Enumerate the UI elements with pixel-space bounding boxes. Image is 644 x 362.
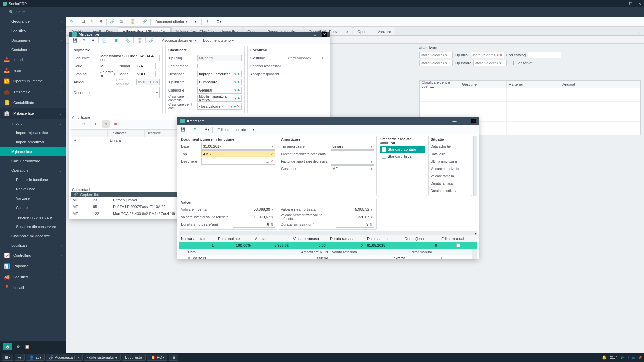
- document-ulterior-dropdown[interactable]: Document ulterior▾: [153, 18, 191, 25]
- status-linkedin-icon[interactable]: in: [632, 355, 635, 359]
- win2-print-icon[interactable]: 🖨▾: [203, 126, 210, 133]
- anuitate-row[interactable]: 01.09.2017665,04147,79: [179, 255, 477, 259]
- sidebar-item-reevaluare[interactable]: Reevaluare: [0, 184, 66, 194]
- sidebar-item-import-mf[interactable]: Import mijloace fixe: [0, 128, 66, 137]
- win1-maximize-icon[interactable]: ☐: [312, 32, 318, 37]
- sidebar-cat-contabilitate[interactable]: 📒Contabilitate: [0, 97, 66, 108]
- edit-icon[interactable]: ✎: [88, 18, 96, 25]
- amort-refresh-icon[interactable]: ⟳: [80, 120, 87, 128]
- chain-icon-2[interactable]: 🔗: [148, 37, 155, 44]
- asociaza-document-dropdown[interactable]: Asociaza document ▾: [159, 37, 199, 44]
- vnvr-input[interactable]: 1.330,07▾: [336, 214, 374, 220]
- sidebar-cat-intrari[interactable]: 📥Intrari: [0, 54, 66, 65]
- p2-proc-input[interactable]: [331, 150, 374, 157]
- status-facebook-icon[interactable]: f: [628, 355, 629, 359]
- win2-minimize-icon[interactable]: —: [452, 119, 457, 123]
- sidebar-cat-trezorerie[interactable]: 💼Trezorerie: [0, 86, 66, 97]
- bg-col-gestiune[interactable]: Gestiune: [460, 81, 507, 88]
- destinatie-input[interactable]: Impropriu productiei▾+: [197, 71, 241, 77]
- win2-titlebar[interactable]: Amortizare — ☐ ✕: [177, 117, 479, 125]
- sidebar-item-trecere[interactable]: Trecere in conservare: [0, 213, 66, 222]
- amort-delete-icon[interactable]: ✖: [112, 120, 119, 128]
- bg-col-partener[interactable]: Partener: [507, 81, 560, 88]
- tab-vanzare[interactable]: Operatiuni - Vanzare: [353, 27, 395, 35]
- print-icon[interactable]: 🖨: [89, 37, 96, 44]
- sidebar-item-calcul-amortizare[interactable]: Calcul amortizare: [0, 156, 66, 166]
- sidebar-cat-iesiri[interactable]: 📤Iesiri: [0, 65, 66, 76]
- gestiune-input[interactable]: <fara valoare>▾: [286, 55, 325, 61]
- bg-combo-1[interactable]: <fara valoare>▾✕: [419, 52, 453, 58]
- clasificare-venit-input[interactable]: <fara valoare>▾+✕: [197, 103, 241, 110]
- refresh-icon[interactable]: ⟳: [68, 18, 75, 25]
- echipament-checkbox[interactable]: [197, 64, 202, 68]
- sidebar-item-scoatere[interactable]: Scoatere din conservare: [0, 222, 66, 231]
- numar-input[interactable]: 174…: [135, 63, 156, 69]
- clipboard-icon[interactable]: 📋: [25, 345, 30, 349]
- col-numar-anuitate[interactable]: Numar anuitate: [179, 235, 216, 242]
- sidebar-cat-logistica2[interactable]: 🚚Logistica: [0, 272, 66, 282]
- col-durata-luni[interactable]: Durata(luni): [402, 235, 439, 242]
- amort-col-descriere[interactable]: Descriere: [145, 130, 181, 137]
- status-acceseaza-link[interactable]: 🔗Acceseaza link: [46, 354, 83, 361]
- descriere-input[interactable]: ▾: [99, 87, 160, 98]
- scrollbar-horizontal[interactable]: ▸: [179, 231, 477, 235]
- bg-grid-row[interactable]: [420, 102, 640, 108]
- link-icon[interactable]: 🔗: [109, 18, 116, 25]
- vivr-input[interactable]: 11.970,67▾: [233, 214, 275, 220]
- anuitate-summary-row[interactable]: 1 100.00% 5.985,32 0,00 0 01.05.2018 9: [179, 242, 477, 249]
- refresh-icon-2[interactable]: ⟳: [80, 37, 88, 44]
- standard-contabil-item[interactable]: ✓Standard contabil: [380, 146, 425, 153]
- settings-icon[interactable]: ⚙▾: [215, 18, 223, 25]
- new-icon[interactable]: ☐: [79, 18, 87, 25]
- col-durata-ramasa[interactable]: Durata ramasa: [328, 235, 365, 242]
- search-input[interactable]: [16, 10, 56, 14]
- status-share-icon[interactable]: ⫸: [621, 355, 624, 359]
- gear-icon[interactable]: ⚙: [17, 345, 20, 349]
- win2-save-icon[interactable]: 💾: [179, 126, 187, 133]
- sidebar-item-import-amort[interactable]: Import amortizari: [0, 137, 66, 147]
- sidebar-item-operatiuni[interactable]: Operatiuni: [0, 166, 66, 175]
- chain-icon[interactable]: 🔗: [141, 18, 148, 25]
- sidebar-item-mijloace-fixe[interactable]: Mijloace fixe: [0, 147, 66, 156]
- standard-fiscal-item[interactable]: Standard fiscal: [380, 153, 425, 160]
- dr-input[interactable]: 9⇅: [336, 221, 374, 228]
- status-ad[interactable]: 👤ad▾: [26, 354, 44, 361]
- amort-col-tip[interactable]: Tip amortiz...: [108, 130, 144, 137]
- win1-titlebar[interactable]: Mijloace fixe — ☐ ✕: [69, 32, 330, 37]
- export-icon[interactable]: ⬇: [204, 18, 211, 25]
- col-data-scadenta[interactable]: Data scadenta: [365, 235, 402, 242]
- tip-intrare-input[interactable]: Cumparare▾+: [197, 79, 241, 85]
- bg-grid-row[interactable]: [420, 88, 640, 95]
- da-input[interactable]: 6⇅: [233, 221, 275, 228]
- sidebar-item-geografice[interactable]: Geografice: [0, 17, 66, 26]
- categorie-input[interactable]: General▾+: [197, 87, 241, 94]
- bg-grid-row[interactable]: [420, 108, 640, 115]
- status-bell-icon[interactable]: 🔔: [602, 355, 607, 360]
- sidebar-item-localizari[interactable]: Localizari: [0, 241, 66, 250]
- win2-maximize-icon[interactable]: ☐: [461, 119, 467, 123]
- status-layers-icon[interactable]: ≡▾: [15, 354, 25, 361]
- tree-icon[interactable]: ⊞: [112, 37, 120, 44]
- sidebar-cat-operatiuni-interne[interactable]: 🔁Operatiuni interne: [0, 76, 66, 86]
- status-grid-icon[interactable]: ▦▾: [2, 354, 13, 361]
- sidebar-cat-locatii[interactable]: 📍Locatii: [0, 282, 66, 293]
- unlink-icon[interactable]: ⛓: [117, 18, 125, 25]
- close-icon[interactable]: ✕: [638, 2, 641, 6]
- hourglass-icon[interactable]: ⌛: [129, 18, 137, 25]
- sidebar-item-documente[interactable]: Documente: [0, 36, 66, 45]
- sidebar-item-clasificare-mf[interactable]: Clasificare mijloace fixe: [0, 231, 66, 241]
- col-anuitate[interactable]: Anuitate: [253, 235, 291, 242]
- sidebar-cat-mijloace-fixe[interactable]: 🏢Mijloace fixe: [0, 108, 66, 119]
- model-input[interactable]: NULL: [135, 71, 156, 77]
- sidebar-item-punere[interactable]: Punere in functiune: [0, 175, 66, 184]
- bg-input-cod-catalog[interactable]: [528, 52, 561, 58]
- status-language[interactable]: RO▾: [147, 354, 167, 361]
- delete-icon[interactable]: ✖: [97, 18, 104, 25]
- scrollbar-vertical[interactable]: [473, 136, 477, 196]
- arrow-icon[interactable]: ▾: [192, 18, 199, 25]
- col-rata[interactable]: Rata anuitate: [216, 235, 253, 242]
- clasificare-contabila-input[interactable]: Mobilier, aparatura birotica,...▾+: [197, 95, 241, 102]
- serie-input[interactable]: MF…: [99, 63, 117, 69]
- bg-col-clasificare[interactable]: Clasificare centre cost v...: [420, 81, 460, 88]
- win2-refresh-icon[interactable]: ⟳: [191, 126, 199, 133]
